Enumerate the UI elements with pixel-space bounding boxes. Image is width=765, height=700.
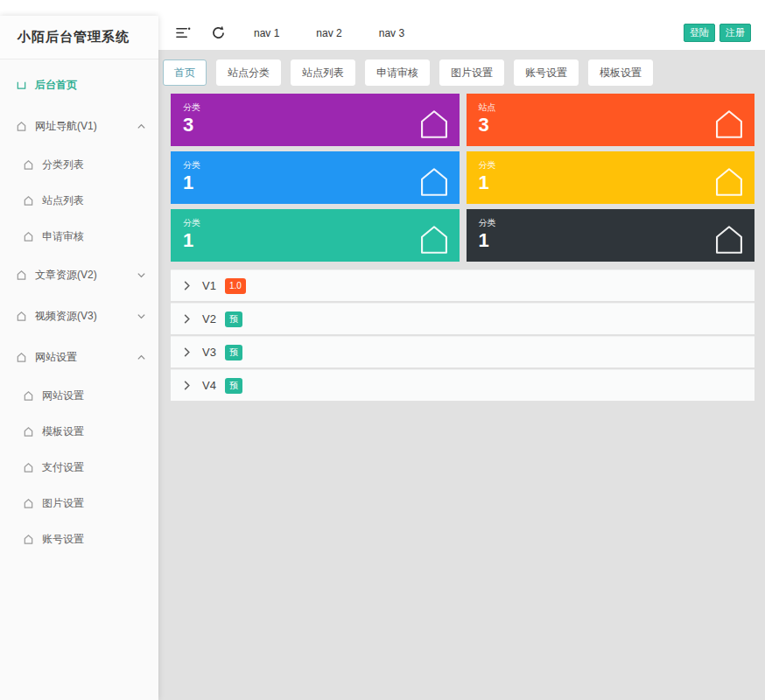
sidebar-item-label: 网站设置 bbox=[35, 350, 77, 365]
dashboard-icon bbox=[16, 80, 27, 91]
tab-account-settings[interactable]: 账号设置 bbox=[514, 60, 579, 86]
home-icon bbox=[712, 224, 747, 256]
stat-card-label: 分类 bbox=[479, 159, 743, 172]
chevron-down-icon bbox=[137, 271, 146, 279]
sidebar-item-label: 分类列表 bbox=[42, 158, 84, 172]
sidebar-item-dashboard[interactable]: 后台首页 bbox=[0, 65, 158, 106]
tab-image-settings[interactable]: 图片设置 bbox=[439, 60, 504, 86]
chevron-down-icon bbox=[137, 312, 146, 320]
tab-home[interactable]: 首页 bbox=[163, 60, 207, 86]
version-label: V4 bbox=[202, 379, 216, 392]
tab-site-list[interactable]: 站点列表 bbox=[291, 60, 355, 86]
version-badge: 1.0 bbox=[225, 278, 246, 294]
chevron-right-icon bbox=[183, 346, 191, 358]
stat-card-sites[interactable]: 站点 3 bbox=[467, 94, 755, 146]
stat-card-label: 站点 bbox=[479, 102, 743, 114]
tab-site-category[interactable]: 站点分类 bbox=[216, 60, 281, 86]
home-icon bbox=[16, 311, 27, 322]
sidebar-item-label: 支付设置 bbox=[42, 460, 84, 475]
topbar-actions: 登陆 注册 bbox=[684, 24, 765, 42]
stat-card-value: 1 bbox=[479, 230, 743, 251]
home-icon bbox=[23, 498, 34, 509]
version-row-v3[interactable]: V3 预 bbox=[171, 336, 754, 368]
topbar: nav 1 nav 2 nav 3 登陆 注册 bbox=[158, 16, 765, 50]
register-button[interactable]: 注册 bbox=[719, 24, 751, 42]
version-badge: 预 bbox=[225, 378, 242, 394]
home-icon bbox=[712, 166, 747, 198]
sidebar-item-label: 站点列表 bbox=[42, 193, 84, 208]
sidebar-header: 小陌后台管理系统 bbox=[0, 16, 158, 60]
home-icon bbox=[417, 108, 452, 140]
version-row-v4[interactable]: V4 预 bbox=[171, 369, 754, 401]
main-content: 首页 站点分类 站点列表 申请审核 图片设置 账号设置 模板设置 分类 3 站点… bbox=[158, 50, 765, 700]
sidebar-item-account-settings[interactable]: 账号设置 bbox=[0, 522, 158, 557]
sidebar-item-label: 网址导航(V1) bbox=[35, 119, 97, 134]
stat-card-label: 分类 bbox=[183, 217, 447, 229]
stat-card-value: 1 bbox=[183, 230, 447, 251]
topnav-item-1[interactable]: nav 1 bbox=[254, 27, 279, 39]
home-icon bbox=[712, 108, 747, 140]
sidebar-item-label: 网站设置 bbox=[42, 388, 84, 403]
sidebar-item-template-settings[interactable]: 模板设置 bbox=[0, 414, 158, 450]
home-icon bbox=[417, 224, 452, 256]
sidebar-item-article-v2[interactable]: 文章资源(V2) bbox=[0, 255, 158, 296]
stat-card-category-v4[interactable]: 分类 1 bbox=[171, 209, 460, 262]
stat-card-category-v1[interactable]: 分类 3 bbox=[171, 94, 460, 146]
sidebar-item-nav-v1[interactable]: 网址导航(V1) bbox=[0, 106, 158, 147]
version-label: V2 bbox=[202, 312, 216, 326]
home-icon bbox=[23, 534, 34, 545]
topnav-item-3[interactable]: nav 3 bbox=[379, 27, 404, 39]
tab-apply-review[interactable]: 申请审核 bbox=[365, 60, 430, 86]
stat-card-value: 1 bbox=[479, 172, 743, 193]
home-icon bbox=[417, 166, 452, 198]
stat-card-label: 分类 bbox=[183, 102, 447, 114]
version-row-v1[interactable]: V1 1.0 bbox=[171, 270, 754, 301]
stat-card-label: 分类 bbox=[479, 217, 743, 229]
chevron-right-icon bbox=[183, 380, 191, 391]
stat-card-category-v2[interactable]: 分类 1 bbox=[171, 151, 460, 204]
topnav-item-2[interactable]: nav 2 bbox=[316, 27, 341, 39]
home-icon bbox=[23, 159, 34, 171]
stat-cards: 分类 3 站点 3 分类 1 分类 1 bbox=[171, 94, 754, 262]
version-badge: 预 bbox=[225, 312, 242, 327]
home-icon bbox=[23, 390, 34, 402]
version-row-v2[interactable]: V2 预 bbox=[171, 303, 754, 334]
sidebar-item-video-v3[interactable]: 视频资源(V3) bbox=[0, 296, 158, 337]
stat-card-label: 分类 bbox=[183, 159, 447, 172]
login-button[interactable]: 登陆 bbox=[684, 24, 715, 42]
sidebar-item-apply-review[interactable]: 申请审核 bbox=[0, 219, 158, 255]
chevron-right-icon bbox=[183, 280, 191, 291]
stat-card-value: 3 bbox=[183, 115, 447, 136]
home-icon bbox=[16, 121, 27, 132]
stat-card-value: 1 bbox=[183, 172, 447, 193]
sidebar-item-site-list[interactable]: 站点列表 bbox=[0, 183, 158, 219]
home-icon bbox=[16, 352, 27, 363]
menu-toggle-icon[interactable] bbox=[165, 16, 200, 50]
chevron-right-icon bbox=[183, 313, 191, 325]
sidebar-item-label: 视频资源(V3) bbox=[35, 309, 97, 324]
sidebar-menu: 后台首页 网址导航(V1) 分类列表 站点列表 bbox=[0, 60, 158, 557]
sidebar-item-image-settings[interactable]: 图片设置 bbox=[0, 486, 158, 522]
version-label: V1 bbox=[202, 279, 216, 292]
version-list: V1 1.0 V2 预 V3 预 V4 预 bbox=[171, 270, 754, 401]
chevron-up-icon bbox=[137, 122, 146, 130]
home-icon bbox=[23, 426, 34, 438]
sidebar-item-label: 模板设置 bbox=[42, 424, 84, 439]
sidebar-item-payment-settings[interactable]: 支付设置 bbox=[0, 450, 158, 486]
sidebar-item-website-settings[interactable]: 网站设置 bbox=[0, 378, 158, 414]
stat-card-category-v5[interactable]: 分类 1 bbox=[467, 209, 755, 262]
tab-template-settings[interactable]: 模板设置 bbox=[588, 60, 653, 86]
stat-card-category-v3[interactable]: 分类 1 bbox=[467, 151, 755, 204]
sidebar-item-label: 申请审核 bbox=[42, 229, 84, 244]
home-icon bbox=[23, 195, 34, 206]
tab-bar: 首页 站点分类 站点列表 申请审核 图片设置 账号设置 模板设置 bbox=[158, 50, 765, 86]
home-icon bbox=[16, 270, 27, 281]
refresh-icon[interactable] bbox=[200, 16, 235, 50]
home-icon bbox=[23, 462, 34, 473]
sidebar-item-category-list[interactable]: 分类列表 bbox=[0, 147, 158, 183]
version-label: V3 bbox=[202, 346, 216, 359]
sidebar-item-label: 账号设置 bbox=[42, 532, 84, 547]
sidebar-item-site-settings-group[interactable]: 网站设置 bbox=[0, 337, 158, 378]
sidebar-item-label: 后台首页 bbox=[35, 78, 77, 93]
sidebar: 小陌后台管理系统 后台首页 网址导航(V1) 分类列表 bbox=[0, 16, 158, 700]
